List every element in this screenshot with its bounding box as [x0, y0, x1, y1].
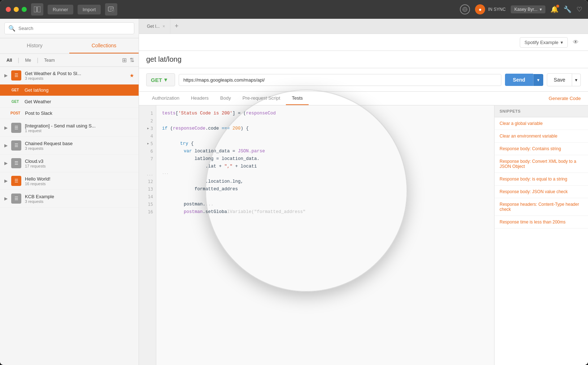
notifications-button[interactable]: 🔔 — [550, 5, 558, 13]
tab-close-icon[interactable]: × — [162, 24, 165, 29]
line-num: 13 — [142, 186, 153, 193]
close-button[interactable] — [6, 7, 11, 12]
expand-arrow-icon: ▶ — [4, 196, 8, 201]
method-chevron-icon: ▾ — [164, 77, 167, 83]
sidebar: 🔍 History Collections All | Me | Team — [0, 19, 139, 365]
snippet-item[interactable]: Response body: Convert XML body to a JSO… — [495, 155, 588, 173]
runner-button[interactable]: Runner — [48, 5, 73, 14]
request-item-active[interactable]: GET Get lat/long — [0, 84, 139, 96]
method-select[interactable]: GET ▾ — [146, 73, 175, 86]
collection-item[interactable]: ▶ ☰ Chained Request base 3 requests — [0, 137, 139, 155]
tab-body[interactable]: Body — [214, 92, 237, 105]
import-button[interactable]: Import — [78, 5, 101, 14]
minimize-button[interactable] — [14, 7, 19, 12]
snippet-item[interactable]: Clear an environment variable — [495, 130, 588, 143]
line-num: 4 — [142, 132, 153, 140]
collection-meta: 17 requests — [25, 164, 134, 168]
maximize-button[interactable] — [22, 7, 27, 12]
collection-item[interactable]: ▶ ☰ [Integration] - Send mail using S...… — [0, 119, 139, 137]
code-editor[interactable]: 1 2 ▶3 4 ▶5 6 7 ... 12 13 14 15 16 — [139, 105, 494, 365]
tab-item[interactable]: Get l... × — [142, 19, 170, 34]
collection-item[interactable]: ▶ ☰ Cloud.v3 17 requests — [0, 155, 139, 172]
tab-tests[interactable]: Tests — [286, 92, 308, 105]
expand-arrow-icon: ▶ — [4, 125, 8, 130]
line-num: ▶5 — [142, 140, 153, 148]
search-input-wrap[interactable]: 🔍 — [4, 22, 134, 34]
collection-info: Get Weather & Post to Sl... 3 requests — [25, 71, 126, 81]
layout-toggle-button[interactable] — [31, 3, 43, 16]
collection-info: Cloud.v3 17 requests — [25, 158, 134, 168]
filter-me[interactable]: Me — [23, 57, 34, 64]
collection-info: KCB Example 3 requests — [25, 194, 134, 204]
collection-item[interactable]: ▶ ☰ KCB Example 3 requests — [0, 190, 139, 208]
code-line: tests['Status Code is 200'] = (responseC… — [162, 110, 488, 117]
search-input[interactable] — [18, 26, 130, 31]
runner-label: Runner — [53, 7, 68, 12]
tab-pre-request[interactable]: Pre-request Script — [237, 92, 286, 105]
collection-info: Hello World! 16 requests — [25, 176, 134, 186]
add-tab-button[interactable]: + — [170, 20, 183, 32]
code-area: 1 2 ▶3 4 ▶5 6 7 ... 12 13 14 15 16 — [139, 105, 588, 365]
code-line — [162, 132, 488, 140]
line-num: 12 — [142, 178, 153, 186]
snippet-item[interactable]: Response body: JSON value check — [495, 186, 588, 198]
request-name-active: Get lat/long — [25, 87, 49, 93]
snippet-item[interactable]: Response headers: Content-Type header ch… — [495, 198, 588, 216]
tab-tests-label: Tests — [292, 95, 302, 101]
send-dropdown-button[interactable]: ▾ — [533, 74, 543, 86]
settings-button[interactable]: 🔧 — [563, 5, 571, 13]
send-button[interactable]: Send — [505, 74, 533, 86]
environment-label: Spotify Example — [524, 40, 558, 45]
line-num: 14 — [142, 193, 153, 201]
tab-authorization-label: Authorization — [152, 95, 179, 101]
collection-item[interactable]: ▶ ☰ Get Weather & Post to Sl... 3 reques… — [0, 67, 139, 84]
eye-button[interactable]: 👁 — [571, 37, 581, 48]
snippets-title: SNIPPETS — [500, 109, 521, 113]
url-input[interactable] — [179, 74, 501, 86]
filter-team[interactable]: Team — [42, 57, 57, 64]
code-line: ... — [162, 170, 488, 178]
line-num: 2 — [142, 117, 153, 125]
sidebar-tabs: History Collections — [0, 38, 139, 54]
request-name: Get Weather — [25, 99, 51, 104]
svg-rect-0 — [34, 6, 36, 12]
tabs-bar: Get l... × + — [139, 19, 588, 34]
heart-button[interactable]: ♡ — [576, 5, 582, 13]
tab-authorization[interactable]: Authorization — [146, 92, 185, 105]
save-button[interactable]: Save — [547, 73, 572, 86]
snippet-item[interactable]: Clear a global variable — [495, 117, 588, 130]
filter-all[interactable]: All — [4, 57, 14, 64]
code-line: var location_data = JSON.parse — [162, 148, 488, 155]
snippet-item[interactable]: Response body: Contains string — [495, 143, 588, 155]
new-collection-icon[interactable]: ⊞ — [122, 57, 127, 64]
request-item[interactable]: GET Get Weather — [0, 96, 139, 108]
code-line — [162, 117, 488, 125]
sort-icon[interactable]: ⇅ — [130, 57, 134, 64]
code-line: .location.lng, — [162, 178, 488, 186]
save-dropdown-button[interactable]: ▾ — [572, 74, 581, 86]
collection-item[interactable]: ▶ ☰ Hello World! 16 requests — [0, 172, 139, 190]
sync-icon: ● — [475, 4, 485, 14]
generate-code-button[interactable]: Generate Code — [549, 92, 581, 105]
user-chevron-icon: ▾ — [540, 7, 542, 12]
request-item[interactable]: POST Post to Slack — [0, 108, 139, 119]
tab-collections[interactable]: Collections — [69, 38, 139, 53]
import-label: Import — [83, 7, 96, 12]
star-icon[interactable]: ★ — [130, 73, 134, 78]
snippet-item[interactable]: Response time is less than 200ms — [495, 216, 588, 229]
tab-pre-request-label: Pre-request Script — [243, 95, 280, 101]
user-menu[interactable]: Kasey Byr... ▾ — [511, 5, 545, 13]
notification-dot — [556, 5, 559, 8]
line-numbers: 1 2 ▶3 4 ▶5 6 7 ... 12 13 14 15 16 — [139, 105, 156, 365]
environment-select[interactable]: Spotify Example ▾ — [520, 37, 568, 48]
tab-label: Get l... — [147, 24, 160, 29]
method-badge-post: POST — [9, 110, 22, 116]
tab-headers[interactable]: Headers — [185, 92, 214, 105]
tab-history[interactable]: History — [0, 38, 69, 53]
collection-icon: ☰ — [11, 70, 21, 81]
new-window-button[interactable] — [105, 3, 117, 16]
collection-name: Hello World! — [25, 176, 134, 182]
code-line: formatted_addres — [162, 186, 488, 193]
snippet-item[interactable]: Response body: is equal to a string — [495, 173, 588, 186]
code-content[interactable]: tests['Status Code is 200'] = (responseC… — [156, 105, 494, 365]
